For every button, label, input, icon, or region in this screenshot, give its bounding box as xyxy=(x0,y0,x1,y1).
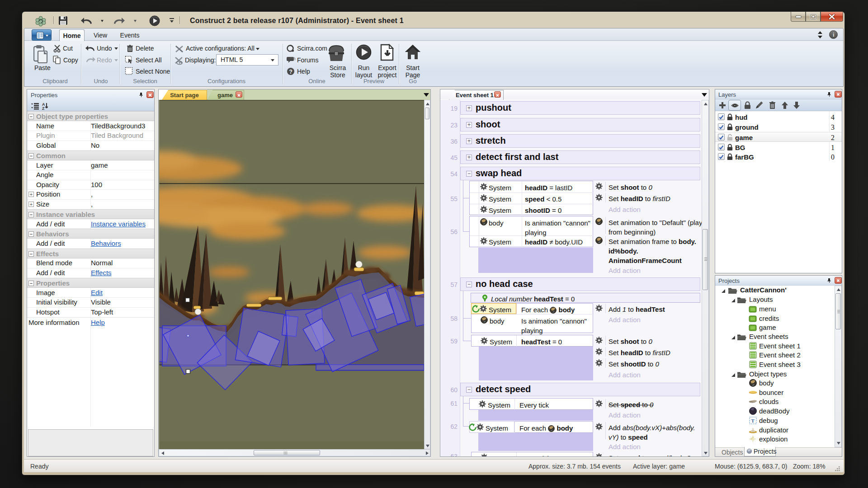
svg-text:T: T xyxy=(751,418,755,423)
svg-text:Z: Z xyxy=(42,106,45,110)
svg-text:?: ? xyxy=(289,69,292,75)
